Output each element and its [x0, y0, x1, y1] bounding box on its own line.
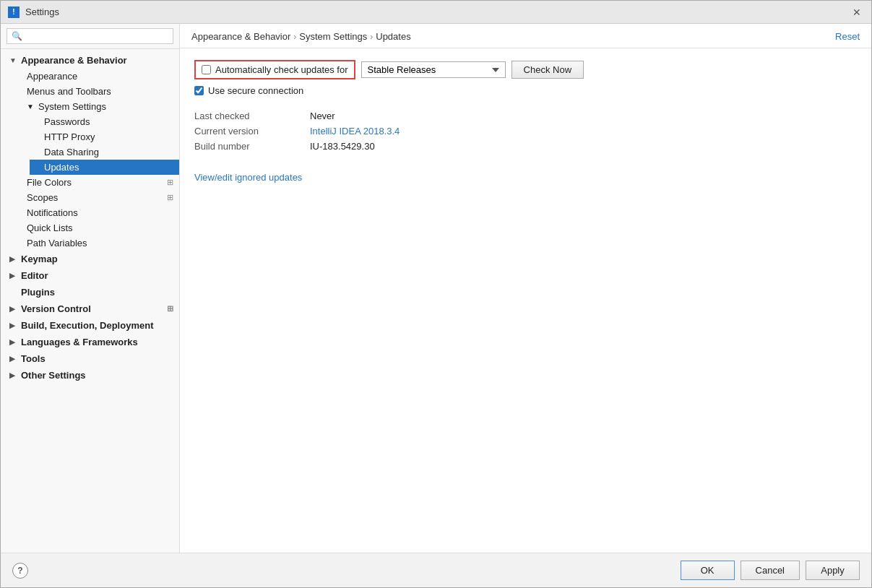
content-area: Appearance & Behavior › System Settings …	[180, 24, 871, 553]
last-checked-value: Never	[310, 111, 335, 121]
sidebar-item-menus-toolbars[interactable]: Menus and Toolbars	[12, 84, 179, 99]
breadcrumb-part-1: Appearance & Behavior	[191, 31, 290, 42]
auto-check-label: Automatically check updates for	[215, 64, 348, 75]
group-label: Build, Execution, Deployment	[21, 320, 153, 331]
info-row-current-version: Current version IntelliJ IDEA 2018.3.4	[194, 126, 857, 137]
footer-left: ?	[12, 563, 28, 579]
dialog-title: Settings	[25, 7, 59, 17]
title-bar-left: ! Settings	[8, 7, 59, 18]
arrow-icon: ▼	[27, 103, 35, 111]
arrow-icon: ▶	[9, 305, 18, 313]
breadcrumb-sep-1: ›	[293, 32, 296, 42]
group-label: Languages & Frameworks	[21, 337, 138, 347]
release-type-dropdown[interactable]: Stable Releases Early Access Program	[361, 61, 506, 78]
sidebar-item-appearance[interactable]: Appearance	[12, 69, 179, 84]
sidebar-item-plugins[interactable]: Plugins	[1, 284, 179, 301]
sidebar-item-notifications[interactable]: Notifications	[12, 205, 179, 220]
sidebar-item-updates[interactable]: Updates	[30, 160, 179, 175]
group-label: Editor	[21, 270, 48, 281]
arrow-icon: ▶	[9, 338, 18, 346]
ok-button[interactable]: OK	[681, 561, 735, 580]
sidebar-item-passwords[interactable]: Passwords	[30, 114, 179, 129]
breadcrumb-sep-2: ›	[370, 32, 373, 42]
sidebar-item-keymap[interactable]: ▶ Keymap	[1, 251, 179, 267]
arrow-icon: ▶	[9, 272, 18, 280]
sidebar-item-path-variables[interactable]: Path Variables	[12, 235, 179, 251]
arrow-icon: ▼	[9, 56, 18, 64]
breadcrumb-part-3: Updates	[376, 31, 410, 42]
sidebar-item-editor[interactable]: ▶ Editor	[1, 267, 179, 284]
build-number-value: IU-183.5429.30	[310, 141, 375, 152]
sidebar-item-label: File Colors	[27, 177, 72, 188]
group-label: Version Control	[21, 303, 91, 314]
secure-connection-row: Use secure connection	[194, 85, 857, 96]
search-input[interactable]	[7, 28, 173, 44]
arrow-icon: ▶	[9, 355, 18, 363]
group-label: Keymap	[21, 254, 58, 264]
auto-check-checkbox[interactable]	[202, 65, 211, 74]
sidebar: ▼ Appearance & Behavior Appearance Menus…	[1, 24, 180, 553]
title-bar: ! Settings ✕	[1, 1, 871, 24]
close-button[interactable]: ✕	[850, 5, 864, 20]
scopes-icon: ⊞	[167, 193, 173, 202]
auto-check-row: Automatically check updates for Stable R…	[194, 60, 857, 79]
info-row-build-number: Build number IU-183.5429.30	[194, 141, 857, 152]
breadcrumb: Appearance & Behavior › System Settings …	[191, 31, 411, 42]
breadcrumb-part-2: System Settings	[299, 31, 367, 42]
sidebar-item-quick-lists[interactable]: Quick Lists	[12, 220, 179, 235]
nav-subgroup-header-system-settings[interactable]: ▼ System Settings	[18, 99, 179, 114]
nav-tree: ▼ Appearance & Behavior Appearance Menus…	[1, 49, 179, 553]
secure-connection-checkbox[interactable]	[194, 86, 204, 95]
sidebar-item-languages-frameworks[interactable]: ▶ Languages & Frameworks	[1, 334, 179, 350]
sidebar-item-label: Notifications	[27, 207, 78, 218]
nav-children-system-settings: Passwords HTTP Proxy Data Sharing Update…	[18, 114, 179, 175]
sidebar-item-scopes[interactable]: Scopes ⊞	[12, 190, 179, 205]
current-version-label: Current version	[194, 126, 310, 137]
arrow-icon: ▶	[9, 371, 18, 379]
last-checked-label: Last checked	[194, 111, 310, 121]
footer: ? OK Cancel Apply	[1, 553, 871, 587]
group-label: Other Settings	[21, 370, 86, 381]
reset-link[interactable]: Reset	[835, 31, 860, 42]
arrow-icon: ▶	[9, 255, 18, 263]
sidebar-item-http-proxy[interactable]: HTTP Proxy	[30, 129, 179, 144]
app-icon: !	[8, 7, 20, 18]
sidebar-item-tools[interactable]: ▶ Tools	[1, 350, 179, 367]
sidebar-item-other-settings[interactable]: ▶ Other Settings	[1, 367, 179, 384]
sidebar-item-file-colors[interactable]: File Colors ⊞	[12, 175, 179, 190]
nav-children-appearance-behavior: Appearance Menus and Toolbars ▼ System S…	[1, 69, 179, 251]
cancel-button[interactable]: Cancel	[741, 561, 800, 580]
help-button[interactable]: ?	[12, 563, 28, 579]
arrow-icon: ▶	[9, 321, 18, 329]
group-label: Plugins	[21, 287, 55, 298]
current-version-value[interactable]: IntelliJ IDEA 2018.3.4	[310, 126, 400, 137]
sidebar-item-label: Menus and Toolbars	[27, 86, 111, 97]
check-now-button[interactable]: Check Now	[511, 61, 584, 79]
sidebar-item-label: Appearance	[27, 71, 77, 82]
file-colors-icon: ⊞	[167, 178, 173, 187]
auto-check-bordered: Automatically check updates for	[194, 60, 355, 79]
info-row-last-checked: Last checked Never	[194, 111, 857, 121]
sidebar-item-label: HTTP Proxy	[44, 131, 95, 142]
sidebar-item-data-sharing[interactable]: Data Sharing	[30, 144, 179, 160]
version-control-icon: ⊞	[167, 304, 173, 314]
settings-dialog: ! Settings ✕ ▼ Appearance & Behavior	[0, 0, 872, 588]
search-bar	[1, 24, 179, 49]
nav-group-appearance-behavior: ▼ Appearance & Behavior Appearance Menus…	[1, 52, 179, 251]
sidebar-item-label: Data Sharing	[44, 147, 99, 157]
nav-subgroup-system-settings: ▼ System Settings Passwords HTTP Proxy	[12, 99, 179, 175]
group-label: Tools	[21, 353, 46, 364]
sidebar-item-build-execution[interactable]: ▶ Build, Execution, Deployment	[1, 317, 179, 334]
content-body: Automatically check updates for Stable R…	[180, 48, 871, 553]
content-header: Appearance & Behavior › System Settings …	[180, 24, 871, 48]
secure-connection-label: Use secure connection	[208, 85, 303, 96]
sidebar-item-version-control[interactable]: ▶ Version Control ⊞	[1, 301, 179, 317]
main-content: ▼ Appearance & Behavior Appearance Menus…	[1, 24, 871, 553]
subgroup-label: System Settings	[38, 101, 106, 112]
sidebar-item-label: Updates	[44, 162, 79, 173]
sidebar-item-label: Scopes	[27, 192, 58, 203]
nav-group-header-appearance-behavior[interactable]: ▼ Appearance & Behavior	[1, 52, 179, 69]
apply-button[interactable]: Apply	[806, 561, 860, 580]
build-number-label: Build number	[194, 141, 310, 152]
view-ignored-updates-link[interactable]: View/edit ignored updates	[194, 172, 302, 183]
